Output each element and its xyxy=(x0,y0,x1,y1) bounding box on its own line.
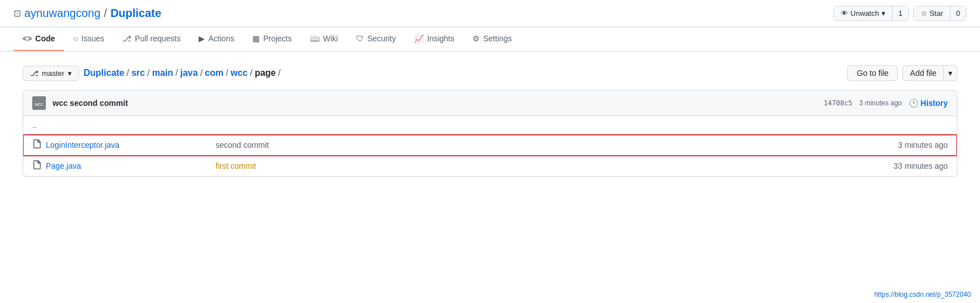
file-name[interactable]: Page.java xyxy=(46,161,216,170)
breadcrumb-com[interactable]: com xyxy=(205,68,223,78)
file-commit-link[interactable]: first commit xyxy=(216,161,256,170)
commit-row: wcc wcc second commit 14708c5 3 minutes … xyxy=(23,91,957,116)
breadcrumb-sep-1: / xyxy=(127,68,129,78)
tab-code[interactable]: <> Code xyxy=(14,27,64,51)
file-commit-message: second commit xyxy=(216,140,880,150)
tab-insights[interactable]: 📈 Insights xyxy=(405,27,463,51)
insights-icon: 📈 xyxy=(414,34,424,43)
add-file-dropdown: Add file ▾ xyxy=(902,65,957,81)
tab-actions[interactable]: ▶ Actions xyxy=(190,27,243,51)
svg-text:wcc: wcc xyxy=(34,101,44,107)
breadcrumb-sep-4: / xyxy=(200,68,203,78)
file-icon xyxy=(32,139,41,151)
history-button[interactable]: 🕐 History xyxy=(909,99,948,108)
breadcrumb-sep-2: / xyxy=(147,68,149,78)
tab-insights-label: Insights xyxy=(427,34,454,43)
table-row: Page.java first commit 33 minutes ago xyxy=(23,156,957,176)
wiki-icon: 📖 xyxy=(310,34,320,43)
repo-separator: / xyxy=(104,7,108,20)
breadcrumb-duplicate[interactable]: Duplicate xyxy=(84,68,124,78)
add-file-caret[interactable]: ▾ xyxy=(943,65,957,81)
branch-selector[interactable]: ⎇ master ▾ xyxy=(23,66,79,81)
tab-wiki[interactable]: 📖 Wiki xyxy=(301,27,347,51)
tab-wiki-label: Wiki xyxy=(323,34,338,43)
star-label: Star xyxy=(930,9,943,18)
watch-button[interactable]: 👁 Unwatch ▾ xyxy=(834,6,892,20)
repo-title: ⊡ aynuwangcong / Duplicate xyxy=(14,7,161,20)
file-name[interactable]: LoginInterceptor.java xyxy=(46,140,216,150)
issues-icon: ○ xyxy=(73,34,78,43)
star-icon: ☆ xyxy=(921,9,927,18)
breadcrumb-wcc[interactable]: wcc xyxy=(230,68,247,78)
breadcrumb-page: page xyxy=(255,68,276,78)
commit-hash[interactable]: 14708c5 xyxy=(824,99,853,107)
top-header: ⊡ aynuwangcong / Duplicate 👁 Unwatch ▾ 1… xyxy=(0,0,980,27)
file-time: 33 minutes ago xyxy=(880,161,948,170)
star-button[interactable]: ☆ Star xyxy=(914,6,950,20)
eye-icon: 👁 xyxy=(841,9,848,18)
tab-pull-requests[interactable]: ⎇ Pull requests xyxy=(113,27,190,51)
parent-dir-row[interactable]: .. xyxy=(23,116,957,135)
file-commit-message: first commit xyxy=(216,161,880,170)
file-table: wcc wcc second commit 14708c5 3 minutes … xyxy=(23,90,957,177)
history-label: History xyxy=(921,99,948,108)
breadcrumb-java[interactable]: java xyxy=(180,68,197,78)
repo-owner[interactable]: aynuwangcong xyxy=(24,7,101,20)
repo-name[interactable]: Duplicate xyxy=(110,7,161,20)
tab-issues-label: Issues xyxy=(81,34,104,43)
commit-message: wcc second commit xyxy=(53,99,817,108)
go-to-file-button[interactable]: Go to file xyxy=(847,65,898,81)
breadcrumb-sep-5: / xyxy=(226,68,228,78)
branch-name: master xyxy=(42,69,65,78)
star-count: 0 xyxy=(950,6,966,20)
commit-time: 3 minutes ago xyxy=(859,99,901,107)
actions-icon: ▶ xyxy=(199,34,205,43)
tab-code-label: Code xyxy=(35,34,55,43)
code-icon: <> xyxy=(23,34,32,43)
file-time: 3 minutes ago xyxy=(880,140,948,150)
tab-projects-label: Projects xyxy=(263,34,292,43)
breadcrumb-main[interactable]: main xyxy=(152,68,173,78)
watch-count: 1 xyxy=(892,6,908,20)
tab-security-label: Security xyxy=(367,34,396,43)
tab-pull-requests-label: Pull requests xyxy=(135,34,180,43)
avatar: wcc xyxy=(32,96,46,110)
tab-projects[interactable]: ▦ Projects xyxy=(243,27,301,51)
tab-settings-label: Settings xyxy=(483,34,512,43)
breadcrumb: Duplicate / src / main / java / com / wc… xyxy=(84,68,281,78)
nav-tabs: <> Code ○ Issues ⎇ Pull requests ▶ Actio… xyxy=(0,27,980,52)
breadcrumb-trailing-sep: / xyxy=(278,68,280,78)
file-icon xyxy=(32,160,41,172)
watch-btn-group: 👁 Unwatch ▾ 1 xyxy=(833,6,909,21)
security-icon: 🛡 xyxy=(356,34,364,43)
settings-icon: ⚙ xyxy=(472,34,480,43)
projects-icon: ▦ xyxy=(252,34,260,43)
breadcrumb-sep-3: / xyxy=(175,68,178,78)
tab-security[interactable]: 🛡 Security xyxy=(347,27,405,51)
add-file-button[interactable]: Add file xyxy=(902,65,943,81)
breadcrumb-src[interactable]: src xyxy=(131,68,145,78)
history-icon: 🕐 xyxy=(909,99,918,108)
branch-caret: ▾ xyxy=(68,69,72,78)
tab-settings[interactable]: ⚙ Settings xyxy=(463,27,521,51)
main-content: ⎇ master ▾ Duplicate / src / main / java… xyxy=(0,52,980,190)
watch-caret: ▾ xyxy=(882,9,886,18)
breadcrumb-left: ⎇ master ▾ Duplicate / src / main / java… xyxy=(23,66,281,81)
tab-actions-label: Actions xyxy=(208,34,234,43)
pull-requests-icon: ⎇ xyxy=(122,34,131,43)
breadcrumb-actions: Go to file Add file ▾ xyxy=(847,65,957,81)
star-btn-group: ☆ Star 0 xyxy=(913,6,966,21)
watch-label: Unwatch xyxy=(850,9,879,18)
header-actions: 👁 Unwatch ▾ 1 ☆ Star 0 xyxy=(833,6,966,21)
branch-icon: ⎇ xyxy=(30,69,38,78)
repo-icon: ⊡ xyxy=(14,8,21,19)
commit-meta: 14708c5 3 minutes ago 🕐 History xyxy=(824,99,948,108)
file-commit-link[interactable]: second commit xyxy=(216,140,269,150)
breadcrumb-row: ⎇ master ▾ Duplicate / src / main / java… xyxy=(23,65,957,81)
tab-issues[interactable]: ○ Issues xyxy=(64,27,113,51)
parent-dir-label: .. xyxy=(32,121,37,130)
table-row: LoginInterceptor.java second commit 3 mi… xyxy=(23,135,957,156)
breadcrumb-sep-6: / xyxy=(250,68,252,78)
